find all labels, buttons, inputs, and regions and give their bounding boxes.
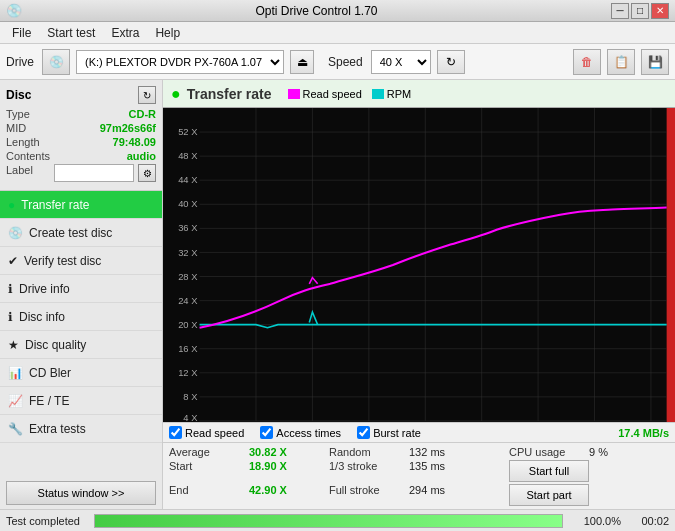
menu-extra[interactable]: Extra [103,24,147,42]
copy-button[interactable]: 📋 [607,49,635,75]
minimize-button[interactable]: ─ [611,3,629,19]
disc-length-row: Length 79:48.09 [6,136,156,148]
end-label: End [169,484,249,506]
disc-length-value: 79:48.09 [113,136,156,148]
stroke1-label: 1/3 stroke [329,460,409,482]
disc-contents-value: audio [127,150,156,162]
speed-select[interactable]: 8 X16 X24 X32 X40 X48 X52 XMax [371,50,431,74]
chart-header: ● Transfer rate Read speed RPM [163,80,675,108]
svg-text:12 X: 12 X [178,367,198,378]
burst-rate-check-item: Burst rate [357,426,421,439]
nav-cd-bler-label: CD Bler [29,366,71,380]
disc-contents-row: Contents audio [6,150,156,162]
svg-text:32 X: 32 X [178,247,198,258]
main-area: Disc ↻ Type CD-R MID 97m26s66f Length 79… [0,80,675,509]
burst-rate-check-label: Burst rate [373,427,421,439]
svg-text:44 X: 44 X [178,174,198,185]
nav-create-test-disc-label: Create test disc [29,226,112,240]
disc-label-button[interactable]: ⚙ [138,164,156,182]
speed-label: Speed [328,55,363,69]
disc-label-input[interactable] [54,164,134,182]
progress-fill [95,515,562,527]
erase-button[interactable]: 🗑 [573,49,601,75]
rpm-color [372,89,384,99]
stroke1-value: 135 ms [409,460,509,482]
svg-text:24 X: 24 X [178,295,198,306]
chart-area: 52 X 48 X 44 X 40 X 36 X 32 X 28 X 24 X … [163,108,675,422]
disc-refresh-button[interactable]: ↻ [138,86,156,104]
nav-fe-te-label: FE / TE [29,394,69,408]
read-speed-checkbox[interactable] [169,426,182,439]
titlebar-controls: ─ □ ✕ [611,3,669,19]
nav-transfer-rate[interactable]: ● Transfer rate [0,191,162,219]
svg-text:48 X: 48 X [178,150,198,161]
legend-rpm-label: RPM [387,88,411,100]
app-title: Opti Drive Control 1.70 [255,4,377,18]
nav-transfer-rate-label: Transfer rate [21,198,89,212]
status-window-button[interactable]: Status window >> [6,481,156,505]
disc-type-row: Type CD-R [6,108,156,120]
disc-title: Disc [6,88,31,102]
menu-help[interactable]: Help [147,24,188,42]
create-disc-icon: 💿 [8,226,23,240]
nav-fe-te[interactable]: 📈 FE / TE [0,387,162,415]
nav-disc-quality-label: Disc quality [25,338,86,352]
nav-drive-info[interactable]: ℹ Drive info [0,275,162,303]
access-times-checkbox[interactable] [260,426,273,439]
nav-drive-info-label: Drive info [19,282,70,296]
svg-rect-0 [163,108,675,422]
cpu-label: CPU usage [509,446,589,458]
content-area: ● Transfer rate Read speed RPM [163,80,675,509]
legend-read-speed: Read speed [288,88,362,100]
burst-rate-checkbox[interactable] [357,426,370,439]
nav-disc-info-label: Disc info [19,310,65,324]
menu-file[interactable]: File [4,24,39,42]
drive-icon-button[interactable]: 💿 [42,49,70,75]
stats-table: Average 30.82 X Random 132 ms CPU usage … [163,442,675,509]
app-icon: 💿 [6,3,22,18]
nav-disc-info[interactable]: ℹ Disc info [0,303,162,331]
titlebar: 💿 Opti Drive Control 1.70 ─ □ ✕ [0,0,675,22]
fe-te-icon: 📈 [8,394,23,408]
burst-rate-value: 17.4 MB/s [618,427,669,439]
close-button[interactable]: ✕ [651,3,669,19]
menubar: File Start test Extra Help [0,22,675,44]
start-label: Start [169,460,249,482]
read-speed-check-item: Read speed [169,426,244,439]
svg-text:52 X: 52 X [178,126,198,137]
disc-mid-label: MID [6,122,26,134]
disc-quality-icon: ★ [8,338,19,352]
svg-text:16 X: 16 X [178,343,198,354]
read-speed-check-label: Read speed [185,427,244,439]
legend-read-speed-label: Read speed [303,88,362,100]
nav-create-test-disc[interactable]: 💿 Create test disc [0,219,162,247]
chart-icon: ● [171,85,181,103]
disc-label-row: Label ⚙ [6,164,156,182]
nav-cd-bler[interactable]: 📊 CD Bler [0,359,162,387]
refresh-button[interactable]: ↻ [437,50,465,74]
drive-select[interactable]: (K:) PLEXTOR DVDR PX-760A 1.07 [76,50,284,74]
progress-bar-area: Test completed 100.0% 00:02 [0,509,675,531]
disc-type-label: Type [6,108,30,120]
maximize-button[interactable]: □ [631,3,649,19]
disc-mid-row: MID 97m26s66f [6,122,156,134]
average-value: 30.82 X [249,446,329,458]
start-full-button[interactable]: Start full [509,460,589,482]
menu-start-test[interactable]: Start test [39,24,103,42]
access-times-check-label: Access times [276,427,341,439]
eject-button[interactable]: ⏏ [290,50,314,74]
svg-text:8 X: 8 X [183,391,198,402]
nav-extra-tests[interactable]: 🔧 Extra tests [0,415,162,443]
start-part-button[interactable]: Start part [509,484,589,506]
stroke2-label: Full stroke [329,484,409,506]
nav-extra-tests-label: Extra tests [29,422,86,436]
nav-items: ● Transfer rate 💿 Create test disc ✔ Ver… [0,191,162,443]
nav-disc-quality[interactable]: ★ Disc quality [0,331,162,359]
save-button[interactable]: 💾 [641,49,669,75]
nav-verify-test-disc[interactable]: ✔ Verify test disc [0,247,162,275]
transfer-rate-icon: ● [8,198,15,212]
toolbar: Drive 💿 (K:) PLEXTOR DVDR PX-760A 1.07 ⏏… [0,44,675,80]
progress-percent: 100.0% [571,515,621,527]
disc-header: Disc ↻ [6,86,156,104]
test-status: Test completed [6,515,86,527]
